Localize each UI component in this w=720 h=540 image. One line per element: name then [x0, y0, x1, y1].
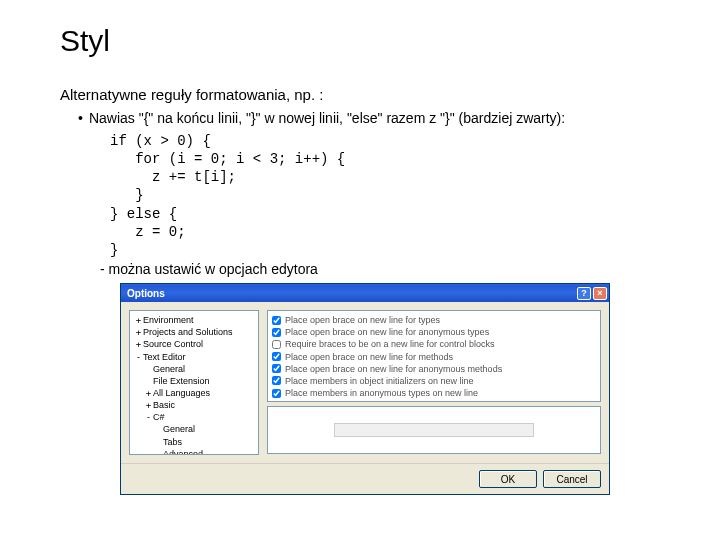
tree-node[interactable]: +All Languages: [144, 387, 254, 399]
tree-node[interactable]: Tabs: [154, 436, 254, 448]
preview-pane: [267, 406, 601, 454]
tree-node[interactable]: General: [144, 363, 254, 375]
tree-node[interactable]: +Source Control: [134, 338, 254, 350]
check-label: Place open brace on new line for methods: [285, 351, 453, 363]
slide-subtitle: Alternatywne reguły formatowania, np. :: [60, 86, 660, 103]
tree-node[interactable]: +Projects and Solutions: [134, 326, 254, 338]
check-label: Place open brace on new line for types: [285, 314, 440, 326]
bullet-text: Nawias "{" na końcu linii, "}" w nowej l…: [89, 109, 565, 128]
ok-button[interactable]: OK: [479, 470, 537, 488]
checkbox[interactable]: [272, 364, 281, 373]
check-label: Place open brace on new line for anonymo…: [285, 363, 502, 375]
check-item[interactable]: Place open brace on new line for types: [272, 314, 596, 326]
check-item[interactable]: Place members in object initializers on …: [272, 375, 596, 387]
slide-title: Styl: [60, 24, 660, 58]
preview-placeholder: [334, 423, 534, 437]
options-checklist[interactable]: Place open brace on new line for typesPl…: [267, 310, 601, 402]
tree-node[interactable]: +Basic: [144, 399, 254, 411]
check-item[interactable]: Require braces to be on a new line for c…: [272, 338, 596, 350]
options-tree[interactable]: +Environment+Projects and Solutions+Sour…: [129, 310, 259, 455]
tree-node[interactable]: File Extension: [144, 375, 254, 387]
check-item[interactable]: Place open brace on new line for methods: [272, 351, 596, 363]
help-button[interactable]: ?: [577, 287, 591, 300]
checkbox[interactable]: [272, 340, 281, 349]
tree-node[interactable]: -Text Editor: [134, 351, 254, 363]
tree-node[interactable]: +Environment: [134, 314, 254, 326]
check-item[interactable]: Place open brace on new line for anonymo…: [272, 363, 596, 375]
check-label: Place members in object initializers on …: [285, 375, 474, 387]
bullet-item: • Nawias "{" na końcu linii, "}" w nowej…: [78, 109, 660, 128]
dialog-titlebar: Options ? ×: [121, 284, 609, 302]
options-dialog: Options ? × +Environment+Projects and So…: [120, 283, 610, 495]
check-label: Place open brace on new line for anonymo…: [285, 326, 489, 338]
dialog-title: Options: [127, 288, 165, 299]
code-block: if (x > 0) { for (i = 0; i < 3; i++) { z…: [110, 132, 660, 259]
cancel-button[interactable]: Cancel: [543, 470, 601, 488]
tree-node[interactable]: General: [154, 423, 254, 435]
checkbox[interactable]: [272, 328, 281, 337]
checkbox[interactable]: [272, 376, 281, 385]
checkbox[interactable]: [272, 352, 281, 361]
checkbox[interactable]: [272, 316, 281, 325]
check-item[interactable]: Place open brace on new line for anonymo…: [272, 326, 596, 338]
close-button[interactable]: ×: [593, 287, 607, 300]
note-text: - można ustawić w opcjach edytora: [100, 261, 660, 277]
tree-node[interactable]: -C#: [144, 411, 254, 423]
bullet-dot: •: [78, 109, 83, 128]
tree-node[interactable]: Advanced: [154, 448, 254, 455]
check-label: Require braces to be on a new line for c…: [285, 338, 495, 350]
check-label: Place members in anonymous types on new …: [285, 387, 478, 399]
check-item[interactable]: Place members in anonymous types on new …: [272, 387, 596, 399]
checkbox[interactable]: [272, 389, 281, 398]
